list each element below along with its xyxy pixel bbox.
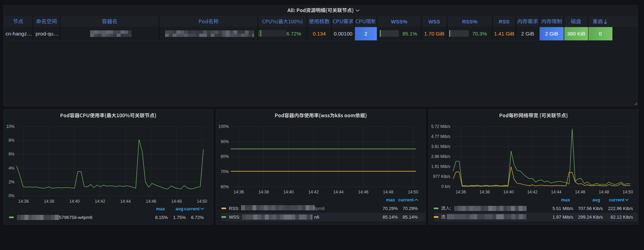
- svg-text:avg: avg: [176, 206, 183, 211]
- svg-text:2 GiB: 2 GiB: [521, 31, 534, 37]
- svg-text:100%: 100%: [218, 124, 229, 129]
- svg-text:RSS: RSS: [499, 19, 510, 24]
- svg-text:0: 0: [599, 31, 602, 37]
- svg-text:14:42: 14:42: [527, 190, 538, 194]
- svg-text:avg: avg: [593, 197, 600, 202]
- svg-text:1.91 Mib/s: 1.91 Mib/s: [431, 164, 450, 169]
- svg-text:14:40: 14:40: [69, 199, 80, 204]
- svg-text:14:36: 14:36: [455, 190, 466, 194]
- svg-text:3.81 Mib/s: 3.81 Mib/s: [431, 144, 450, 149]
- svg-text:14:46: 14:46: [358, 190, 368, 194]
- svg-text:1.70 GiB: 1.70 GiB: [424, 31, 444, 37]
- svg-text:prod-qu…: prod-qu…: [36, 31, 59, 37]
- svg-text:0.134: 0.134: [313, 31, 326, 37]
- svg-text:5.51 Mib/s: 5.51 Mib/s: [552, 206, 573, 211]
- svg-text:14:44: 14:44: [551, 190, 561, 194]
- svg-text:current: current: [609, 197, 624, 202]
- svg-text:6.72%: 6.72%: [286, 31, 301, 37]
- svg-text:14:46: 14:46: [146, 199, 156, 204]
- svg-text:14:44: 14:44: [333, 190, 344, 194]
- svg-text:5.72 Mib/s: 5.72 Mib/s: [431, 124, 450, 129]
- svg-text:4%: 4%: [9, 166, 15, 171]
- svg-text:current: current: [398, 197, 414, 202]
- svg-text:85.14%: 85.14%: [383, 214, 398, 220]
- svg-text:WSS: WSS: [428, 19, 440, 24]
- svg-text:70.3%: 70.3%: [472, 31, 487, 37]
- svg-text:70.29%: 70.29%: [383, 206, 398, 211]
- svg-text:14:50: 14:50: [197, 199, 207, 204]
- svg-text:2.86 Mib/s: 2.86 Mib/s: [431, 154, 450, 159]
- svg-text:82.12 Kib/s: 82.12 Kib/s: [611, 214, 633, 220]
- svg-text:5796758-w4pm6: 5796758-w4pm6: [59, 215, 93, 220]
- svg-text:RSS%: RSS%: [462, 19, 477, 24]
- svg-text:n6: n6: [314, 214, 319, 220]
- svg-text:299.24 Kib/s: 299.24 Kib/s: [578, 214, 603, 220]
- svg-text:current: current: [184, 206, 200, 211]
- svg-text:85.14%: 85.14%: [403, 214, 418, 220]
- svg-text:14:48: 14:48: [171, 199, 182, 204]
- svg-text:2%: 2%: [9, 180, 15, 184]
- svg-text:14:40: 14:40: [503, 190, 514, 194]
- svg-text:2 GiB: 2 GiB: [545, 31, 558, 37]
- svg-text:max: max: [386, 197, 395, 202]
- svg-text:80%: 80%: [221, 154, 229, 159]
- svg-text:8.15%: 8.15%: [155, 215, 168, 220]
- svg-text:977 Kib/s: 977 Kib/s: [433, 174, 450, 179]
- svg-text:14:44: 14:44: [120, 199, 131, 204]
- svg-text:1.97 Mib/s: 1.97 Mib/s: [552, 214, 573, 220]
- svg-text:85.1%: 85.1%: [402, 31, 417, 37]
- svg-text:14:42: 14:42: [308, 190, 319, 194]
- svg-text:4.77 Mib/s: 4.77 Mib/s: [431, 134, 450, 139]
- svg-text:14:46: 14:46: [575, 190, 585, 194]
- svg-text:0 b/s: 0 b/s: [441, 184, 450, 189]
- svg-text:1.41 GiB: 1.41 GiB: [494, 31, 514, 37]
- svg-text:14:40: 14:40: [283, 190, 294, 194]
- svg-text:6%: 6%: [9, 152, 15, 157]
- svg-text:14:38: 14:38: [479, 190, 490, 194]
- svg-text:222.96 Kib/s: 222.96 Kib/s: [608, 206, 633, 211]
- svg-text:14:42: 14:42: [95, 199, 105, 204]
- svg-text:1.75%: 1.75%: [173, 215, 186, 220]
- svg-text:14:36: 14:36: [233, 190, 244, 194]
- svg-text:14:36: 14:36: [18, 199, 29, 204]
- svg-text:14:38: 14:38: [44, 199, 54, 204]
- svg-text:4pm6: 4pm6: [314, 206, 325, 211]
- svg-text:2: 2: [364, 31, 367, 37]
- svg-text:10%: 10%: [6, 124, 15, 129]
- svg-text:14:38: 14:38: [259, 190, 269, 194]
- svg-text:14:50: 14:50: [408, 190, 418, 194]
- svg-text:max: max: [156, 206, 165, 211]
- svg-text:707.56 Kib/s: 707.56 Kib/s: [578, 206, 603, 211]
- svg-text:70%: 70%: [221, 169, 229, 174]
- svg-text:380 KiB: 380 KiB: [567, 31, 585, 37]
- svg-text:WSS%: WSS%: [391, 19, 407, 24]
- svg-text:70.29%: 70.29%: [403, 206, 418, 211]
- svg-text:0.00100: 0.00100: [334, 31, 352, 37]
- svg-text:max: max: [561, 197, 570, 202]
- svg-text:cn-hangz…: cn-hangz…: [6, 31, 32, 37]
- svg-text:14:48: 14:48: [383, 190, 393, 194]
- svg-text:8%: 8%: [9, 138, 15, 143]
- svg-text:14:50: 14:50: [623, 190, 633, 194]
- svg-text:60%: 60%: [221, 184, 229, 189]
- svg-text:6.72%: 6.72%: [191, 215, 204, 220]
- svg-text:14:48: 14:48: [599, 190, 609, 194]
- svg-text:0%: 0%: [9, 193, 15, 198]
- svg-text:RSS:: RSS:: [229, 206, 239, 211]
- svg-text:90%: 90%: [221, 139, 229, 144]
- svg-text:WSS:: WSS:: [229, 214, 240, 220]
